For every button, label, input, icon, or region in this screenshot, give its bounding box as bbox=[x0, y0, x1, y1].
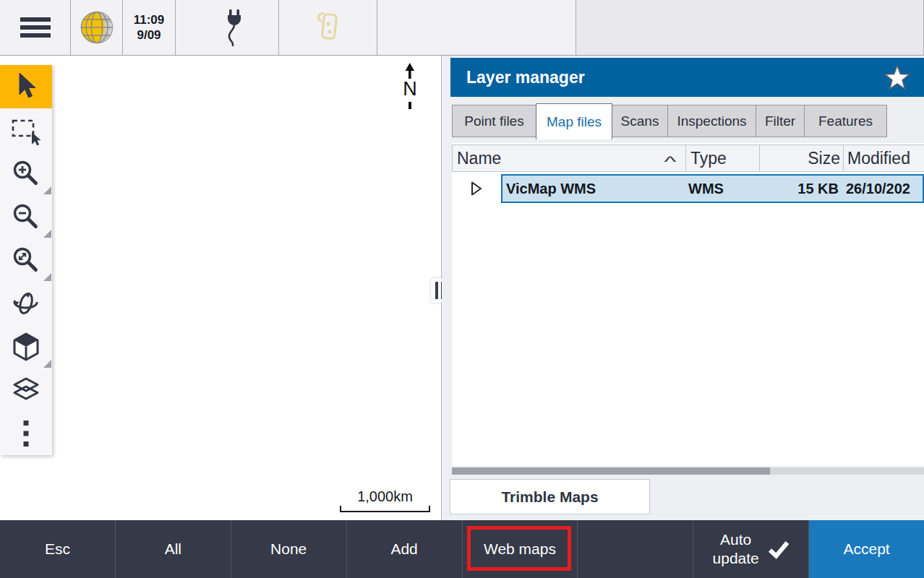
select-cursor-icon bbox=[10, 71, 42, 103]
tab-label: Inspections bbox=[677, 113, 746, 129]
scale-label: 1,000km bbox=[340, 488, 430, 505]
layer-manager-panel: Layer manager Point files Map files Scan… bbox=[442, 56, 924, 520]
orbit-tool-button[interactable] bbox=[0, 282, 52, 325]
checkmark-icon bbox=[768, 539, 790, 559]
zoom-in-icon bbox=[10, 158, 42, 189]
tab-label: Point files bbox=[464, 113, 523, 129]
cube-3d-icon bbox=[10, 331, 42, 363]
zoom-in-tool-button[interactable] bbox=[0, 152, 52, 195]
column-header-modified[interactable]: Modified bbox=[843, 145, 924, 171]
none-button[interactable]: None bbox=[231, 520, 346, 578]
button-label: All bbox=[165, 540, 181, 558]
more-ellipsis-icon bbox=[10, 418, 42, 449]
tab-point-files[interactable]: Point files bbox=[452, 105, 536, 137]
tab-label: Scans bbox=[621, 113, 659, 129]
zoom-extents-tool-button[interactable] bbox=[0, 238, 52, 282]
expand-triangle-icon bbox=[470, 181, 483, 197]
column-label: Name bbox=[457, 149, 501, 168]
select-tool-button[interactable] bbox=[0, 65, 52, 108]
long-press-indicator bbox=[43, 273, 51, 281]
sort-ascending-icon: ^ bbox=[664, 153, 677, 171]
map-view[interactable]: N 1,000km bbox=[0, 56, 441, 520]
layer-manager-tabs: Point files Map files Scans Inspections … bbox=[452, 103, 887, 139]
trimble-maps-button[interactable]: Trimble Maps bbox=[450, 479, 650, 514]
orbit-rotate-icon bbox=[10, 288, 42, 319]
button-label-line1: Auto bbox=[713, 530, 759, 549]
column-header-type[interactable]: Type bbox=[685, 145, 759, 171]
star-icon bbox=[884, 64, 911, 92]
column-label: Type bbox=[690, 149, 727, 168]
expand-row-button[interactable] bbox=[452, 174, 501, 203]
status-bar-spacer bbox=[377, 0, 576, 55]
zoom-extents-icon bbox=[10, 244, 42, 276]
hamburger-menu-button[interactable] bbox=[0, 0, 71, 55]
clock-status: 11:09 9/09 bbox=[123, 0, 176, 55]
add-button[interactable]: Add bbox=[346, 520, 462, 578]
power-status-button[interactable] bbox=[176, 0, 279, 55]
map-files-table: Name ^ Type Size Modified VicMap WMS WMS… bbox=[452, 143, 924, 466]
button-label: None bbox=[270, 540, 307, 558]
long-press-indicator bbox=[43, 230, 51, 238]
tab-inspections[interactable]: Inspections bbox=[667, 105, 756, 137]
north-label: N bbox=[403, 79, 417, 99]
all-button[interactable]: All bbox=[115, 520, 231, 578]
auto-update-button[interactable]: Auto update bbox=[693, 520, 808, 578]
status-bar-right-area bbox=[576, 0, 924, 55]
north-dash bbox=[408, 102, 411, 109]
button-label-line2: update bbox=[713, 549, 759, 568]
button-label: Web maps bbox=[484, 540, 556, 558]
selected-row[interactable]: VicMap WMS WMS 15 KB 26/10/202 bbox=[501, 174, 924, 203]
receiver-icon bbox=[314, 9, 343, 46]
north-arrow[interactable]: N bbox=[400, 63, 420, 109]
receiver-status-button[interactable] bbox=[279, 0, 377, 55]
empty-softkey-slot bbox=[577, 520, 693, 578]
tab-scans[interactable]: Scans bbox=[612, 105, 668, 137]
layers-tool-button[interactable] bbox=[0, 368, 52, 412]
scrollbar-thumb[interactable] bbox=[452, 467, 770, 475]
table-header-row: Name ^ Type Size Modified bbox=[452, 144, 924, 172]
zoom-out-tool-button[interactable] bbox=[0, 195, 52, 238]
tab-features[interactable]: Features bbox=[804, 105, 887, 137]
column-header-size[interactable]: Size bbox=[759, 145, 843, 171]
marquee-select-icon bbox=[10, 114, 42, 146]
date-text: 9/09 bbox=[137, 27, 161, 43]
view-3d-tool-button[interactable] bbox=[0, 325, 52, 368]
north-arrow-icon bbox=[401, 63, 419, 79]
long-press-indicator bbox=[43, 186, 51, 194]
cell-type: WMS bbox=[685, 181, 758, 197]
zoom-out-icon bbox=[10, 201, 42, 233]
button-label: Esc bbox=[45, 540, 70, 558]
table-row[interactable]: VicMap WMS WMS 15 KB 26/10/202 bbox=[452, 174, 924, 203]
column-label: Size bbox=[808, 149, 840, 168]
status-bar: 11:09 9/09 bbox=[0, 0, 924, 56]
button-label: Accept bbox=[843, 540, 889, 558]
tab-map-files[interactable]: Map files bbox=[536, 103, 612, 139]
softkey-bar: Esc All None Add Web maps Auto update Ac… bbox=[0, 520, 924, 578]
page-title: Layer manager bbox=[450, 68, 585, 87]
hamburger-icon bbox=[20, 17, 51, 38]
column-label: Modified bbox=[847, 149, 910, 168]
button-label: Add bbox=[390, 540, 417, 558]
tab-label: Features bbox=[818, 113, 873, 129]
tab-label: Filter bbox=[765, 113, 795, 129]
column-header-name[interactable]: Name ^ bbox=[453, 145, 685, 171]
cell-size: 15 KB bbox=[758, 181, 842, 197]
map-scale-bar: 1,000km bbox=[340, 488, 430, 512]
esc-button[interactable]: Esc bbox=[0, 520, 115, 578]
web-maps-button[interactable]: Web maps bbox=[462, 520, 578, 578]
cell-modified: 26/10/202 bbox=[842, 181, 923, 197]
cell-name: VicMap WMS bbox=[502, 181, 685, 197]
panel-header: Layer manager bbox=[450, 58, 924, 97]
scale-line bbox=[340, 506, 430, 512]
marquee-select-tool-button[interactable] bbox=[0, 108, 52, 152]
favorite-button[interactable] bbox=[884, 64, 911, 92]
tab-filter[interactable]: Filter bbox=[756, 105, 805, 137]
more-tools-button[interactable] bbox=[0, 412, 52, 455]
accept-button[interactable]: Accept bbox=[808, 520, 924, 578]
trimble-maps-label: Trimble Maps bbox=[501, 488, 598, 506]
layers-icon bbox=[10, 374, 42, 406]
globe-icon bbox=[80, 10, 114, 45]
map-globe-status-button[interactable] bbox=[71, 0, 123, 55]
map-toolbar bbox=[0, 65, 52, 455]
horizontal-scrollbar[interactable] bbox=[452, 467, 924, 475]
